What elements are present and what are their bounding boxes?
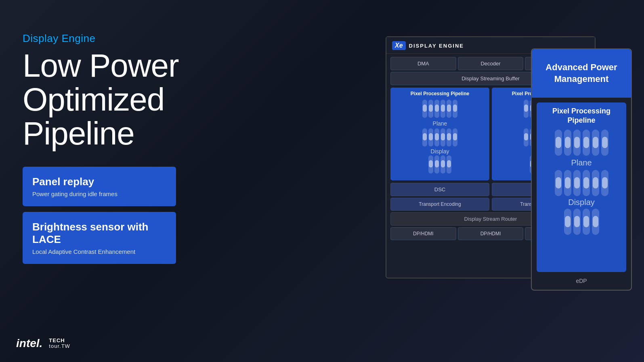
bar [447,155,451,174]
bar [524,100,529,118]
panel-replay-card: Panel replay Power gating during idle fr… [23,167,176,206]
dma-cell: DMA [390,57,456,70]
expanded-bars-top [540,130,623,156]
bar [453,128,457,146]
bar [428,100,433,118]
expanded-bar [573,170,581,196]
bar [453,100,457,118]
main-title-line2: Optimized [23,82,164,117]
bar [422,128,427,146]
bar [428,155,433,174]
tech-tour-logo: TECH tour.TW [49,338,70,349]
brightness-sensor-card: Brightness sensor with LACE Local Adapti… [23,212,176,264]
expanded-bar [592,209,599,235]
expanded-inner: Pixel Processing Pipeline Plane [532,98,631,290]
bars-grid-top-1 [393,100,487,118]
tour-tw-label: tour.TW [49,343,70,349]
expanded-pipeline: Pixel Processing Pipeline Plane [537,103,626,272]
plane-label-1: Plane [393,120,487,127]
expanded-bar [592,170,599,196]
pipeline-title-1: Pixel Processing Pipeline [393,91,487,97]
xe-logo: Xe [392,41,406,50]
expanded-bar [564,130,571,156]
decoder-cell: Decoder [458,57,524,70]
left-panel: Display Engine Low Power Optimized Pipel… [23,32,200,270]
dp-cell-2: DP/HDMI [458,227,524,240]
expanded-bar [564,170,571,196]
bars-grid-3rd-1 [393,155,487,174]
intel-logo: intel. [16,337,42,350]
expanded-bar [583,130,590,156]
bar [447,128,451,146]
bar [447,100,451,118]
expanded-bar [583,170,590,196]
expanded-bars-bottom [540,170,623,196]
bar [524,128,529,146]
expanded-bars-3 [540,209,623,235]
advanced-power-management: Advanced Power Management [532,49,631,98]
panel-replay-title: Panel replay [32,176,166,188]
diagram-container: Xe DISPLAY ENGINE DMA Decoder Decrypter … [386,36,632,295]
subtitle: Display Engine [23,32,200,45]
expanded-bar [573,130,581,156]
dsc-cell-1: DSC [390,183,489,196]
expanded-pipeline-title: Pixel Processing Pipeline [540,107,623,126]
main-title-line1: Low Power [23,48,179,84]
bar [441,128,445,146]
expanded-bar [573,209,581,235]
expanded-display-label: Display [540,198,623,207]
expanded-plane-label: Plane [540,158,623,167]
bar [441,155,445,174]
bar [434,155,439,174]
display-label-1: Display [393,148,487,155]
xe-label: DISPLAY ENGINE [409,43,464,49]
expanded-bottom-label: eDP [534,274,629,287]
expanded-bar [555,170,562,196]
pipeline-col-1: Pixel Processing Pipeline Plane [390,88,489,180]
bar [422,100,427,118]
intel-logo-area: intel. TECH tour.TW [16,337,70,350]
bar [428,128,433,146]
expanded-bar [564,209,571,235]
transport-cell-1: Transport Encoding [390,198,489,211]
expanded-bar [601,170,608,196]
bar [434,100,439,118]
expanded-card: Advanced Power Management Pixel Processi… [531,48,632,291]
bar [434,128,439,146]
expanded-bar [601,130,608,156]
dp-cell-1: DP/HDMI [390,227,456,240]
main-title-line3: Pipeline [23,115,134,151]
expanded-bar [592,130,599,156]
brightness-sensor-desc: Local Adaptive Contrast Enhancement [32,248,166,255]
main-title: Low Power Optimized Pipeline [23,49,200,151]
bars-grid-bottom-1 [393,128,487,146]
tech-label: TECH [49,338,70,343]
brightness-sensor-title: Brightness sensor with LACE [32,221,166,246]
panel-replay-desc: Power gating during idle frames [32,190,166,197]
expanded-bar [555,130,562,156]
bar [441,100,445,118]
expanded-bar [583,209,590,235]
